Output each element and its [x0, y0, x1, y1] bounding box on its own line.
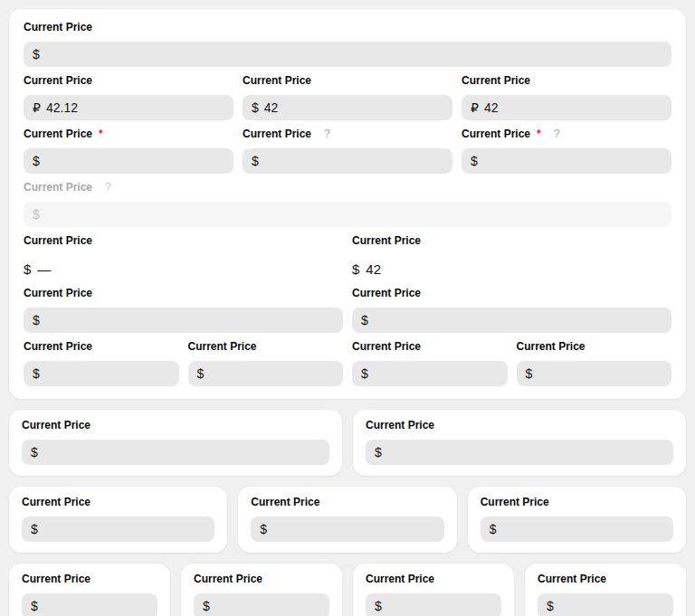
- help-question-icon[interactable]: ?: [324, 128, 330, 139]
- currency-prefix-icon: $: [31, 445, 38, 460]
- field-label-row: Current Price: [22, 497, 214, 507]
- price-input[interactable]: $: [22, 593, 157, 616]
- price-field: Current Price ₽ 42.12: [24, 74, 233, 120]
- field-label-row: Current Price: [243, 75, 452, 86]
- field-label: Current Price: [24, 182, 92, 193]
- currency-prefix-icon: $: [375, 445, 382, 460]
- price-field: Current Price ? $: [243, 128, 452, 174]
- field-label: Current Price: [352, 288, 421, 299]
- price-field: Current Price $: [517, 340, 672, 386]
- field-label: Current Price: [243, 75, 311, 86]
- price-field: Current Price $: [538, 573, 673, 616]
- price-input[interactable]: $: [352, 361, 508, 386]
- field-card: Current Price $: [9, 487, 227, 553]
- price-field: Current Price $: [24, 340, 179, 386]
- currency-prefix-icon: $: [526, 366, 533, 381]
- input-value: 42: [484, 100, 499, 115]
- currency-prefix-icon: $: [361, 313, 368, 327]
- field-card: Current Price $: [238, 487, 456, 553]
- price-field: Current Price $: [366, 573, 501, 616]
- price-input[interactable]: $: [251, 516, 443, 542]
- price-input[interactable]: $: [366, 593, 501, 616]
- currency-prefix-icon: $: [31, 599, 38, 613]
- price-input[interactable]: $: [194, 593, 329, 616]
- currency-prefix-icon: $: [203, 599, 210, 613]
- price-field: Current Price * $: [24, 128, 233, 174]
- currency-prefix-icon: $: [490, 522, 497, 536]
- readonly-value: $ —: [24, 258, 343, 280]
- cards-row: Current Price $ Current Price $ Current …: [9, 487, 686, 553]
- field-label-row: Current Price: [24, 75, 233, 86]
- price-input[interactable]: $: [538, 593, 673, 616]
- price-field: Current Price * ? $: [462, 128, 671, 174]
- field-card: Current Price $: [468, 487, 686, 553]
- field-label-row: Current Price: [481, 497, 673, 507]
- value-text: —: [37, 261, 51, 277]
- input-value: 42: [264, 100, 279, 115]
- field-label-row: Current Price: [352, 235, 671, 246]
- price-input[interactable]: $ 42: [243, 95, 452, 120]
- currency-prefix-icon: $: [352, 261, 359, 277]
- price-input: $: [24, 202, 671, 227]
- field-label-row: Current Price: [538, 573, 673, 584]
- price-input[interactable]: $: [22, 440, 329, 465]
- cards-row: Current Price $ Current Price $ Current …: [9, 564, 686, 616]
- price-field: Current Price $ 42: [243, 74, 452, 120]
- field-label-row: Current Price: [188, 341, 344, 352]
- field-row: Current Price $: [24, 21, 671, 67]
- price-input[interactable]: $: [24, 361, 179, 386]
- field-label: Current Price: [366, 573, 434, 584]
- field-row: Current Price $ Current Price $: [24, 287, 671, 333]
- help-question-icon: ?: [105, 182, 111, 193]
- field-label-row: Current Price: [22, 573, 157, 584]
- help-question-icon[interactable]: ?: [554, 128, 560, 139]
- main-card: Current Price $ Current Price ₽ 42.12 Cu…: [9, 9, 686, 399]
- currency-prefix-icon: $: [361, 366, 368, 381]
- required-asterisk: *: [537, 128, 541, 139]
- price-field: Current Price $: [194, 573, 329, 616]
- price-input[interactable]: ₽ 42: [462, 95, 671, 120]
- input-value: 42.12: [46, 100, 78, 115]
- currency-prefix-icon: $: [33, 154, 40, 168]
- field-label: Current Price: [517, 341, 586, 352]
- field-label: Current Price: [22, 497, 90, 507]
- field-row: Current Price $ Current Price $ Current …: [24, 340, 671, 386]
- currency-prefix-icon: $: [547, 599, 554, 613]
- currency-prefix-icon: $: [197, 366, 205, 381]
- field-label: Current Price: [251, 497, 319, 507]
- price-input[interactable]: $: [22, 516, 214, 542]
- price-input[interactable]: ₽ 42.12: [24, 95, 233, 120]
- currency-prefix-icon: $: [252, 100, 259, 115]
- field-label-row: Current Price: [24, 288, 343, 299]
- field-row: Current Price $ — Current Price $ 42: [24, 234, 671, 280]
- price-input[interactable]: $: [481, 516, 673, 542]
- field-label-row: Current Price: [517, 341, 672, 352]
- price-input[interactable]: $: [243, 148, 452, 174]
- price-input[interactable]: $: [366, 440, 673, 465]
- field-label: Current Price: [194, 573, 262, 584]
- price-field: Current Price $: [352, 287, 671, 333]
- field-label: Current Price: [24, 341, 92, 352]
- currency-prefix-icon: $: [31, 522, 38, 536]
- price-input[interactable]: $: [352, 308, 671, 333]
- readonly-value: $ 42: [352, 258, 671, 280]
- currency-prefix-icon: $: [260, 522, 267, 536]
- price-input[interactable]: $: [24, 308, 343, 333]
- field-card: Current Price $: [353, 564, 514, 616]
- price-field: Current Price $: [188, 340, 344, 386]
- price-input[interactable]: $: [517, 361, 672, 386]
- field-label: Current Price: [24, 235, 92, 246]
- price-input[interactable]: $: [188, 361, 344, 386]
- field-card: Current Price $: [181, 564, 342, 616]
- field-label: Current Price: [462, 128, 530, 139]
- price-input[interactable]: $: [24, 148, 233, 174]
- price-field: Current Price $: [481, 496, 673, 542]
- field-label-row: Current Price ?: [24, 182, 671, 193]
- field-label-row: Current Price: [24, 235, 343, 246]
- field-label: Current Price: [22, 420, 90, 431]
- value-text: 42: [366, 261, 381, 277]
- field-card: Current Price $: [353, 410, 686, 476]
- price-input[interactable]: $: [24, 42, 671, 67]
- price-field: Current Price $: [22, 419, 329, 465]
- price-input[interactable]: $: [462, 148, 671, 174]
